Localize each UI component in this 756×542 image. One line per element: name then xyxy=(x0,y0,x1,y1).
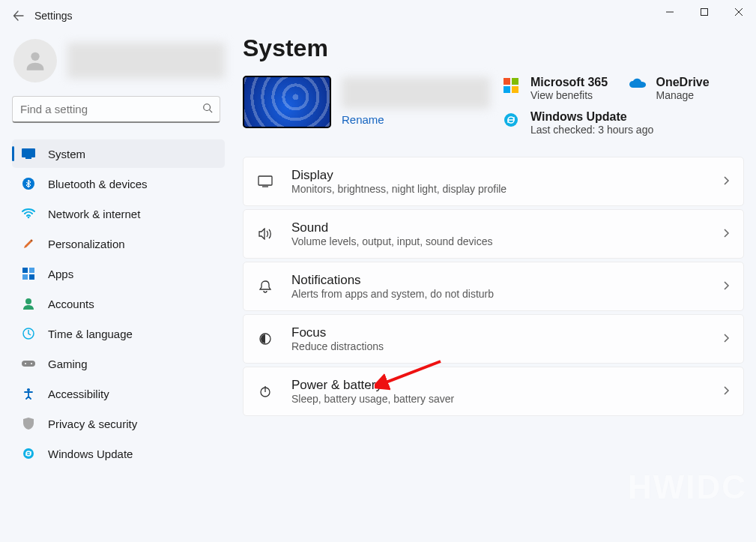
nav-privacy[interactable]: Privacy & security xyxy=(12,409,225,438)
card-microsoft-365[interactable]: Microsoft 365 View benefits xyxy=(504,76,619,101)
onedrive-icon xyxy=(629,78,647,96)
main-content: System Rename Microsoft 365 View benefit… xyxy=(232,31,756,542)
nav-bluetooth[interactable]: Bluetooth & devices xyxy=(12,169,225,198)
avatar xyxy=(13,39,57,82)
settings-title: Power & battery xyxy=(291,378,706,393)
title-bar: Settings xyxy=(0,0,756,31)
search-icon xyxy=(202,103,213,116)
nav-label: Time & language xyxy=(48,328,133,340)
nav-list: System Bluetooth & devices Network & int… xyxy=(12,139,225,469)
nav-accounts[interactable]: Accounts xyxy=(12,289,225,318)
svg-rect-14 xyxy=(29,274,34,280)
globe-clock-icon xyxy=(21,326,36,341)
update-icon xyxy=(21,446,36,461)
settings-item-focus[interactable]: FocusReduce distractions xyxy=(243,314,744,364)
nav-personalization[interactable]: Personalization xyxy=(12,229,225,258)
person-icon xyxy=(22,48,48,73)
card-title: Microsoft 365 xyxy=(530,76,608,89)
svg-rect-27 xyxy=(258,176,272,185)
wifi-icon xyxy=(21,206,36,221)
settings-item-notifications[interactable]: NotificationsAlerts from apps and system… xyxy=(243,262,744,311)
settings-desc: Monitors, brightness, night light, displ… xyxy=(291,183,706,195)
nav-apps[interactable]: Apps xyxy=(12,259,225,288)
rename-link[interactable]: Rename xyxy=(342,113,384,126)
svg-rect-8 xyxy=(25,157,31,159)
card-title: OneDrive xyxy=(656,76,710,89)
nav-network[interactable]: Network & internet xyxy=(12,199,225,228)
chevron-right-icon xyxy=(724,227,730,241)
settings-desc: Alerts from apps and system, do not dist… xyxy=(291,288,706,300)
arrow-left-icon xyxy=(13,10,25,22)
accounts-icon xyxy=(21,296,36,311)
settings-item-power[interactable]: Power & batterySleep, battery usage, bat… xyxy=(243,367,744,416)
nav-label: Personalization xyxy=(48,238,125,250)
card-subtitle: View benefits xyxy=(530,89,608,101)
svg-point-15 xyxy=(25,298,31,304)
svg-point-4 xyxy=(31,52,39,61)
minimize-button[interactable] xyxy=(653,0,687,24)
device-thumbnail[interactable] xyxy=(243,76,331,128)
device-block: Rename xyxy=(243,76,490,136)
nav-system[interactable]: System xyxy=(12,139,225,168)
svg-rect-25 xyxy=(512,86,518,93)
nav-label: Privacy & security xyxy=(48,418,137,430)
settings-title: Focus xyxy=(291,325,706,340)
nav-label: Gaming xyxy=(48,358,88,370)
search-input[interactable] xyxy=(12,96,220,123)
card-onedrive[interactable]: OneDrive Manage xyxy=(629,76,745,101)
sidebar: System Bluetooth & devices Network & int… xyxy=(0,31,232,542)
display-icon xyxy=(21,146,36,161)
settings-title: Notifications xyxy=(291,273,706,288)
card-windows-update[interactable]: Windows Update Last checked: 3 hours ago xyxy=(504,110,744,136)
settings-desc: Sleep, battery usage, battery saver xyxy=(291,393,706,405)
account-block[interactable] xyxy=(12,39,225,82)
nav-gaming[interactable]: Gaming xyxy=(12,349,225,378)
nav-label: Accounts xyxy=(48,298,94,310)
svg-point-10 xyxy=(28,217,30,219)
nav-label: Windows Update xyxy=(48,448,133,460)
card-title: Windows Update xyxy=(530,110,653,124)
chevron-right-icon xyxy=(724,175,730,188)
device-name-blurred xyxy=(342,77,490,109)
svg-rect-24 xyxy=(504,86,510,93)
settings-desc: Volume levels, output, input, sound devi… xyxy=(291,235,706,247)
svg-point-20 xyxy=(27,388,30,391)
shield-icon xyxy=(21,416,36,431)
microsoft-logo-icon xyxy=(504,78,521,96)
bluetooth-icon xyxy=(21,176,36,191)
svg-rect-7 xyxy=(22,148,35,157)
settings-item-sound[interactable]: SoundVolume levels, output, input, sound… xyxy=(243,209,744,259)
card-subtitle: Last checked: 3 hours ago xyxy=(530,124,653,136)
nav-time-language[interactable]: Time & language xyxy=(12,319,225,348)
window-controls xyxy=(653,0,756,24)
settings-title: Display xyxy=(291,168,706,183)
close-button[interactable] xyxy=(722,0,756,24)
bell-icon xyxy=(257,278,273,295)
svg-rect-1 xyxy=(701,9,708,16)
window-title: Settings xyxy=(34,10,73,22)
maximize-button[interactable] xyxy=(687,0,722,24)
svg-point-5 xyxy=(204,104,211,111)
nav-label: Bluetooth & devices xyxy=(48,178,148,190)
svg-rect-11 xyxy=(22,268,28,273)
search-box[interactable] xyxy=(12,96,220,123)
account-name-blurred xyxy=(67,43,225,79)
back-button[interactable] xyxy=(10,7,27,24)
settings-list: DisplayMonitors, brightness, night light… xyxy=(243,157,744,416)
settings-item-display[interactable]: DisplayMonitors, brightness, night light… xyxy=(243,157,744,206)
nav-windows-update[interactable]: Windows Update xyxy=(12,439,225,468)
monitor-icon xyxy=(257,173,273,190)
svg-rect-13 xyxy=(22,274,28,280)
speaker-icon xyxy=(257,226,273,242)
page-title: System xyxy=(243,34,744,62)
focus-icon xyxy=(257,331,273,347)
power-icon xyxy=(257,383,273,400)
chevron-right-icon xyxy=(724,332,730,346)
nav-accessibility[interactable]: Accessibility xyxy=(12,379,225,408)
svg-point-19 xyxy=(31,363,32,364)
accessibility-icon xyxy=(21,386,36,401)
nav-label: Apps xyxy=(48,268,73,280)
svg-line-6 xyxy=(210,110,213,113)
paintbrush-icon xyxy=(21,236,36,251)
apps-icon xyxy=(21,266,36,281)
